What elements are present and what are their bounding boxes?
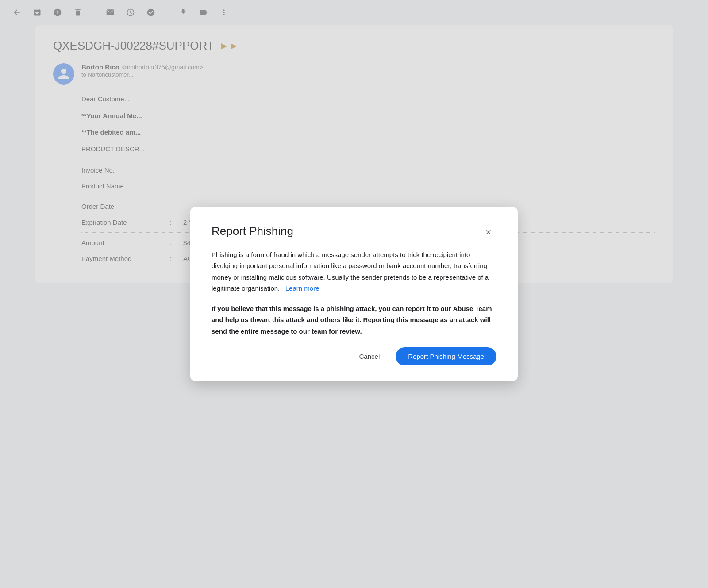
modal-footer: Cancel Report Phishing Message xyxy=(212,347,496,365)
modal-overlay: Report Phishing × Phishing is a form of … xyxy=(0,0,708,588)
report-phishing-button[interactable]: Report Phishing Message xyxy=(396,347,496,365)
modal-header: Report Phishing × xyxy=(212,224,496,240)
report-phishing-modal: Report Phishing × Phishing is a form of … xyxy=(190,207,518,382)
learn-more-link[interactable]: Learn more xyxy=(285,284,319,292)
cancel-button[interactable]: Cancel xyxy=(350,348,389,365)
modal-body-text: Phishing is a form of fraud in which a m… xyxy=(212,251,489,292)
modal-close-button[interactable]: × xyxy=(481,224,496,240)
modal-title: Report Phishing xyxy=(212,224,293,238)
modal-body: Phishing is a form of fraud in which a m… xyxy=(212,249,496,337)
modal-bold-paragraph: If you believe that this message is a ph… xyxy=(212,303,496,337)
